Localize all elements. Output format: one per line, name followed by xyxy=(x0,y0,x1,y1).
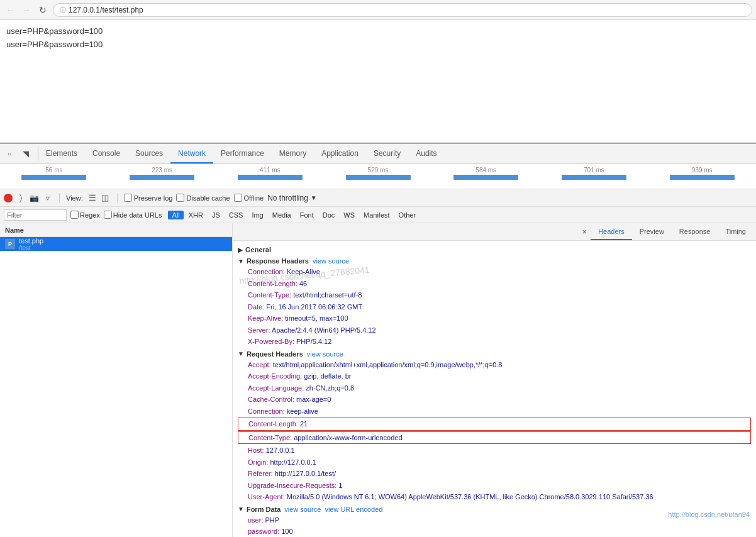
regex-group[interactable]: Regex xyxy=(70,211,100,219)
filter-input[interactable] xyxy=(4,209,67,221)
page-content: user=PHP&password=100 user=PHP&password=… xyxy=(0,20,756,143)
req-key-6: Content-Type: xyxy=(248,434,294,441)
request-headers-label: Request Headers xyxy=(247,350,303,358)
timeline-bar-1 xyxy=(130,175,194,180)
ftype-all[interactable]: All xyxy=(168,211,183,219)
req-val-4: keep-alive xyxy=(287,407,318,415)
resp-header-content-length: Content-Length: 46 xyxy=(238,278,751,290)
form-data-view-url-encoded[interactable]: view URL encoded xyxy=(325,506,382,513)
preserve-log-checkbox[interactable] xyxy=(124,194,132,202)
back-button[interactable]: ← xyxy=(4,4,16,16)
req-key-7: Host: xyxy=(248,446,266,454)
ftype-js[interactable]: JS xyxy=(208,211,224,219)
throttle-select[interactable]: No throttling ▼ xyxy=(267,194,317,202)
tab-performance[interactable]: Performance xyxy=(213,144,272,163)
req-header-upgrade-insecure: Upgrade-Insecure-Requests: 1 xyxy=(238,480,751,492)
resp-key-2: Content-Type: xyxy=(248,291,293,299)
detail-tab-headers[interactable]: Headers xyxy=(591,223,632,240)
detail-close-btn[interactable]: × xyxy=(579,227,591,236)
general-label: General xyxy=(245,246,271,253)
request-name: test.php xyxy=(19,237,43,245)
ftype-other[interactable]: Other xyxy=(395,211,420,219)
req-key-3: Cache-Control: xyxy=(248,396,296,403)
page-line-1: user=PHP&password=100 xyxy=(6,25,750,38)
tab-network[interactable]: Network xyxy=(170,144,213,163)
offline-checkbox[interactable] xyxy=(234,194,242,202)
camera-icon[interactable]: 📷 xyxy=(29,193,39,203)
general-section-header[interactable]: ▶ General xyxy=(238,243,751,255)
form-data-list: user: PHP password: 100 xyxy=(238,514,751,538)
detail-content: ▶ General ▼ Response Headers view source… xyxy=(233,241,756,537)
tab-audits[interactable]: Audits xyxy=(408,144,444,163)
inspect-icon[interactable]: ▫ xyxy=(3,147,16,161)
ftype-media[interactable]: Media xyxy=(269,211,295,219)
ftype-css[interactable]: CSS xyxy=(225,211,247,219)
refresh-button[interactable]: ↻ xyxy=(36,4,49,16)
hide-data-group[interactable]: Hide data URLs xyxy=(104,211,162,219)
clear-button[interactable]: 〉 xyxy=(16,194,25,202)
ftype-img[interactable]: Img xyxy=(248,211,267,219)
disable-cache-group[interactable]: Disable cache xyxy=(176,194,230,202)
form-data-view-source[interactable]: view source xyxy=(284,506,321,513)
tab-security[interactable]: Security xyxy=(366,144,408,163)
tab-application[interactable]: Application xyxy=(314,144,366,163)
filter-icon[interactable]: ▿ xyxy=(43,193,53,203)
response-headers-label: Response Headers xyxy=(247,257,309,265)
detail-tab-response[interactable]: Response xyxy=(672,223,718,240)
general-toggle-icon: ▶ xyxy=(238,246,243,253)
request-file-icon: P xyxy=(5,239,15,249)
request-list: Name P test.php /test xyxy=(0,223,233,537)
list-view-icon[interactable]: ☰ xyxy=(87,192,98,204)
disable-cache-label: Disable cache xyxy=(186,194,230,202)
req-val-0: text/html,application/xhtml+xml,applicat… xyxy=(273,361,503,368)
preserve-log-label: Preserve log xyxy=(134,194,173,202)
request-headers-section[interactable]: ▼ Request Headers view source xyxy=(238,348,751,359)
forward-button[interactable]: → xyxy=(20,4,33,16)
tab-sources[interactable]: Sources xyxy=(128,144,170,163)
req-val-3: max-age=0 xyxy=(296,396,331,403)
list-item[interactable]: P test.php /test xyxy=(0,237,232,251)
form-data-section[interactable]: ▼ Form Data view source view URL encoded xyxy=(238,503,751,514)
screenshot-view-icon[interactable]: ◫ xyxy=(99,192,111,204)
record-button[interactable] xyxy=(4,194,13,202)
hide-data-label: Hide data URLs xyxy=(113,211,162,219)
timeline-bar-inner: 56 ms 223 ms 411 ms 529 ms 584 ms 701 ms xyxy=(0,164,756,187)
offline-group[interactable]: Offline xyxy=(234,194,264,202)
resp-key-5: Server: xyxy=(248,326,272,334)
devtools-tabs: Elements Console Sources Network Perform… xyxy=(38,144,445,163)
ftype-ws[interactable]: WS xyxy=(340,211,359,219)
devtools-panel: ▫ ◥ Elements Console Sources Network Per… xyxy=(0,143,756,537)
req-key-10: Upgrade-Insecure-Requests: xyxy=(248,482,338,489)
timeline-bar-5 xyxy=(562,175,626,180)
detail-tab-preview[interactable]: Preview xyxy=(632,223,672,240)
req-val-9: http://127.0.0.1/test/ xyxy=(275,470,336,477)
resp-header-keep-alive: Keep-Alive: timeout=5, max=100 xyxy=(238,313,751,324)
ftype-font[interactable]: Font xyxy=(296,211,318,219)
response-headers-section[interactable]: ▼ Response Headers view source xyxy=(238,255,751,266)
regex-checkbox[interactable] xyxy=(70,211,79,219)
info-icon: ⓘ xyxy=(60,6,66,14)
throttle-dropdown-icon[interactable]: ▼ xyxy=(311,194,317,201)
disable-cache-checkbox[interactable] xyxy=(176,194,184,202)
tab-console[interactable]: Console xyxy=(85,144,128,163)
request-headers-view-source[interactable]: view source xyxy=(307,350,343,358)
hide-data-checkbox[interactable] xyxy=(104,211,112,219)
tab-elements[interactable]: Elements xyxy=(38,144,85,163)
preserve-log-group[interactable]: Preserve log xyxy=(124,194,173,202)
response-headers-view-source[interactable]: view source xyxy=(313,257,349,265)
request-headers-toggle: ▼ xyxy=(238,350,244,357)
timeline-segment-1: 223 ms xyxy=(108,167,216,180)
req-header-host: Host: 127.0.0.1 xyxy=(238,445,751,457)
address-bar[interactable]: ⓘ 127.0.0.1/test/test.php xyxy=(53,3,752,17)
ftype-manifest[interactable]: Manifest xyxy=(360,211,394,219)
devtools-topbar: ▫ ◥ Elements Console Sources Network Per… xyxy=(0,144,756,164)
detail-tab-timing[interactable]: Timing xyxy=(718,223,753,240)
resp-val-1: 46 xyxy=(299,280,307,287)
tab-memory[interactable]: Memory xyxy=(272,144,314,163)
ftype-xhr[interactable]: XHR xyxy=(185,211,207,219)
ftype-doc[interactable]: Doc xyxy=(319,211,339,219)
form-key-0: user: xyxy=(248,516,265,524)
req-header-user-agent: User-Agent: Mozilla/5.0 (Windows NT 6.1;… xyxy=(238,491,751,503)
filter-types: All XHR JS CSS Img Media Font Doc WS Man… xyxy=(168,211,420,219)
device-icon[interactable]: ◥ xyxy=(19,147,33,161)
